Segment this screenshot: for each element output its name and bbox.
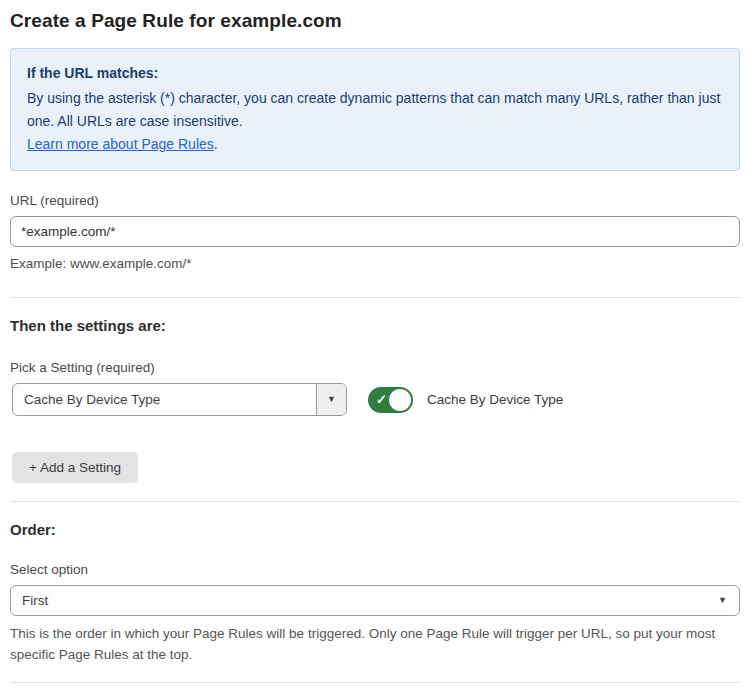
pick-setting-label: Pick a Setting (required) [10,360,740,375]
info-link-line: Learn more about Page Rules. [27,133,723,156]
order-section-heading: Order: [10,521,740,538]
add-setting-row: + Add a Setting [10,452,740,483]
url-field-label: URL (required) [10,193,740,208]
order-select-label: Select option [10,562,740,577]
url-input[interactable] [10,216,740,247]
settings-section-heading: Then the settings are: [10,317,740,334]
url-example-text: Example: www.example.com/* [10,254,740,274]
info-box-heading: If the URL matches: [27,62,723,85]
setting-toggle[interactable]: ✓ [368,387,413,413]
order-select-value: First [22,593,718,608]
order-helper-text: This is the order in which your Page Rul… [10,623,740,665]
chevron-down-icon: ▼ [327,395,336,404]
divider [10,501,740,502]
chevron-down-icon: ▼ [718,596,727,605]
setting-toggle-label: Cache By Device Type [427,392,563,407]
page-rule-form: Create a Page Rule for example.com If th… [0,0,750,688]
setting-select-value: Cache By Device Type [13,384,316,415]
setting-row: Cache By Device Type ▼ ✓ Cache By Device… [12,383,740,416]
divider [10,297,740,298]
page-title: Create a Page Rule for example.com [10,10,740,32]
divider [10,682,740,683]
check-icon: ✓ [376,392,387,407]
add-setting-button[interactable]: + Add a Setting [12,452,138,483]
info-link-suffix: . [214,136,218,152]
toggle-knob [389,389,411,411]
setting-select[interactable]: Cache By Device Type ▼ [12,383,347,416]
learn-more-link[interactable]: Learn more about Page Rules [27,136,214,152]
info-box-body: By using the asterisk (*) character, you… [27,87,723,133]
url-match-info-box: If the URL matches: By using the asteris… [10,48,740,171]
order-select[interactable]: First ▼ [10,585,740,616]
setting-select-arrow-button[interactable]: ▼ [316,384,346,415]
